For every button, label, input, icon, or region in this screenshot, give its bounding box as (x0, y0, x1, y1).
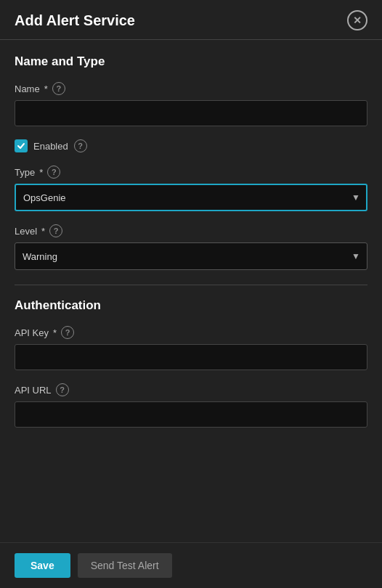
api-url-input[interactable] (15, 401, 367, 428)
level-select[interactable]: Warning Critical Info (15, 242, 367, 270)
level-help-icon[interactable]: ? (49, 224, 62, 237)
api-key-input[interactable] (15, 344, 367, 370)
type-help-icon[interactable]: ? (47, 166, 60, 179)
name-and-type-title: Name and Type (15, 54, 367, 69)
name-label: Name* ? (15, 82, 367, 95)
checkmark-icon (17, 142, 25, 150)
api-key-help-icon[interactable]: ? (61, 326, 74, 339)
api-key-label-text: API Key (15, 327, 49, 338)
name-help-icon[interactable]: ? (52, 82, 65, 95)
type-label: Type* ? (15, 166, 367, 179)
api-key-form-group: API Key* ? (15, 326, 367, 370)
modal-title: Add Alert Service (15, 12, 135, 29)
name-label-text: Name (15, 83, 40, 94)
add-alert-service-modal: Add Alert Service ✕ Name and Type Name* … (0, 0, 382, 588)
type-select[interactable]: OpsGenie PagerDuty Slack Email Webhook (15, 184, 367, 211)
enabled-help-icon[interactable]: ? (74, 139, 87, 152)
save-button[interactable]: Save (15, 553, 70, 578)
name-and-type-section: Name and Type Name* ? Enabled ? (15, 54, 367, 270)
enabled-label: Enabled (33, 141, 68, 152)
section-divider (15, 285, 367, 285)
api-url-label: API URL ? (15, 383, 367, 396)
level-form-group: Level* ? Warning Critical Info ▼ (15, 224, 367, 270)
api-url-label-text: API URL (15, 385, 52, 396)
level-select-wrapper: Warning Critical Info ▼ (15, 242, 367, 270)
modal-header: Add Alert Service ✕ (0, 0, 382, 40)
name-required-star: * (44, 83, 48, 94)
type-form-group: Type* ? OpsGenie PagerDuty Slack Email W… (15, 166, 367, 211)
authentication-section: Authentication API Key* ? API URL ? (15, 298, 367, 428)
api-key-required-star: * (53, 327, 57, 338)
type-required-star: * (39, 167, 43, 178)
level-label-text: Level (15, 226, 37, 237)
type-label-text: Type (15, 167, 35, 178)
api-key-label: API Key* ? (15, 326, 367, 339)
modal-body: Name and Type Name* ? Enabled ? (0, 40, 382, 542)
enabled-checkbox-row: Enabled ? (15, 139, 367, 152)
close-button[interactable]: ✕ (347, 10, 367, 30)
level-label: Level* ? (15, 224, 367, 237)
authentication-title: Authentication (15, 298, 367, 313)
modal-footer: Save Send Test Alert (0, 542, 382, 588)
type-select-wrapper: OpsGenie PagerDuty Slack Email Webhook ▼ (15, 184, 367, 211)
api-url-help-icon[interactable]: ? (56, 383, 69, 396)
name-form-group: Name* ? (15, 82, 367, 126)
name-input[interactable] (15, 100, 367, 126)
enabled-checkbox[interactable] (15, 139, 28, 152)
level-required-star: * (41, 226, 45, 237)
send-test-alert-button[interactable]: Send Test Alert (78, 553, 172, 578)
api-url-form-group: API URL ? (15, 383, 367, 428)
